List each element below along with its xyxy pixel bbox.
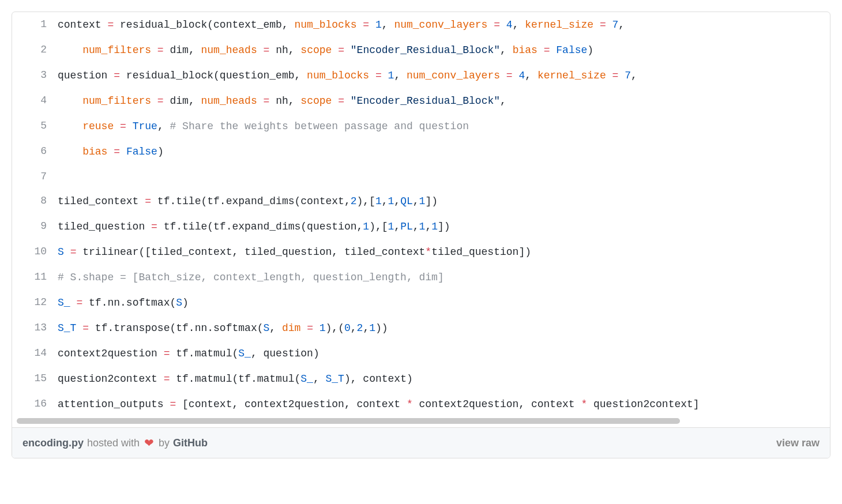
code-line: 5 reuse = True, # Share the weights betw…: [12, 114, 830, 139]
line-number[interactable]: 3: [12, 63, 57, 88]
code-line: 2 num_filters = dim, num_heads = nh, sco…: [12, 37, 830, 63]
code-line: 15question2context = tf.matmul(tf.matmul…: [12, 366, 830, 392]
code-line: 12S_ = tf.nn.softmax(S): [12, 290, 830, 315]
line-number[interactable]: 6: [12, 139, 57, 164]
code-line: 10S = trilinear([tiled_context, tiled_qu…: [12, 239, 830, 265]
code-cell[interactable]: num_filters = dim, num_heads = nh, scope…: [57, 88, 830, 114]
line-number[interactable]: 7: [12, 164, 57, 189]
line-number[interactable]: 13: [12, 315, 57, 341]
code-cell[interactable]: context = residual_block(context_emb, nu…: [57, 12, 830, 37]
by-text: by: [159, 437, 170, 449]
line-number[interactable]: 9: [12, 214, 57, 239]
code-cell[interactable]: S_ = tf.nn.softmax(S): [57, 290, 830, 315]
line-number[interactable]: 8: [12, 189, 57, 214]
code-cell[interactable]: tiled_question = tf.tile(tf.expand_dims(…: [57, 214, 830, 239]
gist-meta-bar: encoding.py hosted with ❤ by GitHub view…: [12, 427, 830, 458]
code-cell[interactable]: tiled_context = tf.tile(tf.expand_dims(c…: [57, 189, 830, 214]
code-line: 16attention_outputs = [context, context2…: [12, 392, 830, 417]
code-cell[interactable]: bias = False): [57, 139, 830, 164]
gist-filename-link[interactable]: encoding.py: [22, 437, 84, 449]
code-cell[interactable]: [57, 164, 830, 189]
line-number[interactable]: 1: [12, 12, 57, 37]
line-number[interactable]: 2: [12, 37, 57, 63]
code-line: 13S_T = tf.transpose(tf.nn.softmax(S, di…: [12, 315, 830, 341]
code-cell[interactable]: num_filters = dim, num_heads = nh, scope…: [57, 37, 830, 63]
line-number[interactable]: 12: [12, 290, 57, 315]
github-link[interactable]: GitHub: [173, 437, 208, 449]
code-cell[interactable]: question = residual_block(question_emb, …: [57, 63, 830, 88]
view-raw-link[interactable]: view raw: [776, 437, 820, 449]
gist-meta-left: encoding.py hosted with ❤ by GitHub: [22, 436, 208, 450]
line-number[interactable]: 16: [12, 392, 57, 417]
code-cell[interactable]: S = trilinear([tiled_context, tiled_ques…: [57, 239, 830, 265]
line-number[interactable]: 10: [12, 239, 57, 265]
code-line: 8tiled_context = tf.tile(tf.expand_dims(…: [12, 189, 830, 214]
code-table: 1context = residual_block(context_emb, n…: [12, 12, 830, 417]
hosted-with-text: hosted with: [87, 437, 140, 449]
code-line: 14context2question = tf.matmul(S_, quest…: [12, 341, 830, 366]
code-line: 11# S.shape = [Batch_size, context_lengt…: [12, 265, 830, 290]
code-scroll-area[interactable]: 1context = residual_block(context_emb, n…: [12, 12, 830, 427]
gist-embed: 1context = residual_block(context_emb, n…: [12, 12, 830, 458]
code-line: 7: [12, 164, 830, 189]
code-cell[interactable]: reuse = True, # Share the weights betwee…: [57, 114, 830, 139]
scrollbar-thumb[interactable]: [17, 418, 680, 424]
code-line: 9tiled_question = tf.tile(tf.expand_dims…: [12, 214, 830, 239]
line-number[interactable]: 4: [12, 88, 57, 114]
heart-icon: ❤: [144, 436, 154, 450]
code-line: 3question = residual_block(question_emb,…: [12, 63, 830, 88]
line-number[interactable]: 11: [12, 265, 57, 290]
code-cell[interactable]: S_T = tf.transpose(tf.nn.softmax(S, dim …: [57, 315, 830, 341]
code-line: 4 num_filters = dim, num_heads = nh, sco…: [12, 88, 830, 114]
code-line: 6 bias = False): [12, 139, 830, 164]
code-cell[interactable]: # S.shape = [Batch_size, context_length,…: [57, 265, 830, 290]
code-line: 1context = residual_block(context_emb, n…: [12, 12, 830, 37]
horizontal-scrollbar[interactable]: [12, 417, 830, 427]
line-number[interactable]: 15: [12, 366, 57, 392]
code-cell[interactable]: question2context = tf.matmul(tf.matmul(S…: [57, 366, 830, 392]
line-number[interactable]: 14: [12, 341, 57, 366]
line-number[interactable]: 5: [12, 114, 57, 139]
code-cell[interactable]: attention_outputs = [context, context2qu…: [57, 392, 830, 417]
code-cell[interactable]: context2question = tf.matmul(S_, questio…: [57, 341, 830, 366]
